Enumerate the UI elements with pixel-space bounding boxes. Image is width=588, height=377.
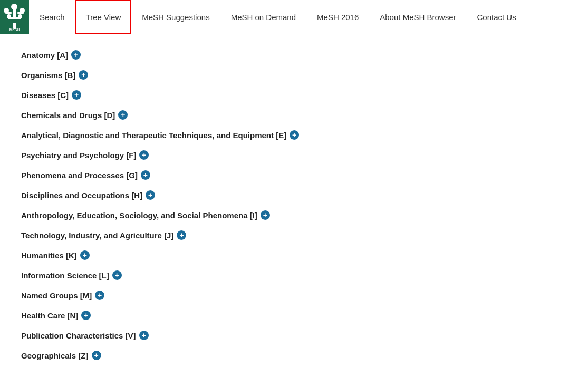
tree-item-label-publication: Publication Characteristics [V]: [21, 331, 136, 340]
logo[interactable]: MeSH: [0, 0, 29, 34]
expand-icon-analytical[interactable]: +: [290, 130, 299, 140]
expand-icon-psychiatry[interactable]: +: [139, 150, 149, 160]
tree-item-humanities: Humanities [K]+: [21, 245, 567, 265]
svg-text:MeSH: MeSH: [9, 28, 20, 32]
main-content: Anatomy [A]+Organisms [B]+Diseases [C]+C…: [0, 34, 588, 377]
tree-item-label-psychiatry: Psychiatry and Psychology [F]: [21, 151, 136, 160]
tree-item-label-analytical: Analytical, Diagnostic and Therapeutic T…: [21, 131, 286, 140]
tree-item-label-anthropology: Anthropology, Education, Sociology, and …: [21, 211, 257, 220]
mesh-logo-icon: MeSH: [3, 3, 26, 32]
tree-item-label-humanities: Humanities [K]: [21, 251, 77, 260]
tree-item-label-geographicals: Geographicals [Z]: [21, 351, 89, 360]
svg-point-10: [7, 14, 11, 18]
tree-item-information-science: Information Science [L]+: [21, 265, 567, 285]
tree-item-named-groups: Named Groups [M]+: [21, 285, 567, 305]
expand-icon-anatomy[interactable]: +: [71, 50, 81, 60]
tree-item-organisms: Organisms [B]+: [21, 65, 567, 85]
nav-item-mesh-suggestions[interactable]: MeSH Suggestions: [131, 0, 220, 34]
tree-item-health-care: Health Care [N]+: [21, 305, 567, 325]
nav-item-mesh-2016[interactable]: MeSH 2016: [306, 0, 369, 34]
nav-item-mesh-on-demand[interactable]: MeSH on Demand: [220, 0, 306, 34]
svg-point-11: [18, 14, 22, 18]
tree-item-label-information-science: Information Science [L]: [21, 271, 109, 280]
tree-list: Anatomy [A]+Organisms [B]+Diseases [C]+C…: [21, 45, 567, 365]
navbar: MeSH SearchTree ViewMeSH SuggestionsMeSH…: [0, 0, 588, 34]
tree-item-label-named-groups: Named Groups [M]: [21, 291, 92, 300]
expand-icon-anthropology[interactable]: +: [261, 210, 270, 220]
nav-item-contact-us[interactable]: Contact Us: [467, 0, 527, 34]
tree-item-psychiatry: Psychiatry and Psychology [F]+: [21, 145, 567, 165]
tree-item-label-technology: Technology, Industry, and Agriculture [J…: [21, 231, 173, 240]
expand-icon-health-care[interactable]: +: [81, 311, 91, 320]
svg-point-8: [11, 4, 17, 10]
tree-item-chemicals-drugs: Chemicals and Drugs [D]+: [21, 105, 567, 125]
expand-icon-diseases[interactable]: +: [72, 90, 81, 100]
svg-point-7: [4, 8, 9, 13]
expand-icon-publication[interactable]: +: [139, 331, 149, 340]
tree-item-diseases: Diseases [C]+: [21, 85, 567, 105]
expand-icon-information-science[interactable]: +: [112, 270, 122, 280]
tree-item-anatomy: Anatomy [A]+: [21, 45, 567, 65]
expand-icon-chemicals-drugs[interactable]: +: [118, 110, 128, 120]
expand-icon-phenomena[interactable]: +: [141, 170, 150, 180]
tree-item-label-health-care: Health Care [N]: [21, 311, 78, 320]
tree-item-anthropology: Anthropology, Education, Sociology, and …: [21, 205, 567, 225]
expand-icon-humanities[interactable]: +: [80, 250, 90, 260]
nav-menu: SearchTree ViewMeSH SuggestionsMeSH on D…: [29, 0, 527, 34]
tree-item-phenomena: Phenomena and Processes [G]+: [21, 165, 567, 185]
nav-item-search[interactable]: Search: [29, 0, 75, 34]
tree-item-label-diseases: Diseases [C]: [21, 91, 69, 100]
nav-item-tree-view[interactable]: Tree View: [75, 0, 132, 34]
tree-item-analytical: Analytical, Diagnostic and Therapeutic T…: [21, 125, 567, 145]
expand-icon-disciplines[interactable]: +: [146, 190, 155, 200]
tree-item-publication: Publication Characteristics [V]+: [21, 325, 567, 345]
svg-point-9: [20, 8, 25, 13]
tree-item-label-organisms: Organisms [B]: [21, 71, 75, 80]
tree-item-label-anatomy: Anatomy [A]: [21, 51, 68, 60]
tree-item-geographicals: Geographicals [Z]+: [21, 345, 567, 365]
tree-item-disciplines: Disciplines and Occupations [H]+: [21, 185, 567, 205]
expand-icon-geographicals[interactable]: +: [92, 351, 101, 360]
tree-item-label-chemicals-drugs: Chemicals and Drugs [D]: [21, 111, 115, 120]
expand-icon-named-groups[interactable]: +: [95, 291, 104, 300]
tree-item-technology: Technology, Industry, and Agriculture [J…: [21, 225, 567, 245]
tree-item-label-disciplines: Disciplines and Occupations [H]: [21, 191, 142, 200]
nav-item-about-mesh-browser[interactable]: About MeSH Browser: [369, 0, 466, 34]
tree-item-label-phenomena: Phenomena and Processes [G]: [21, 171, 138, 180]
expand-icon-technology[interactable]: +: [177, 230, 186, 240]
expand-icon-organisms[interactable]: +: [79, 70, 88, 80]
